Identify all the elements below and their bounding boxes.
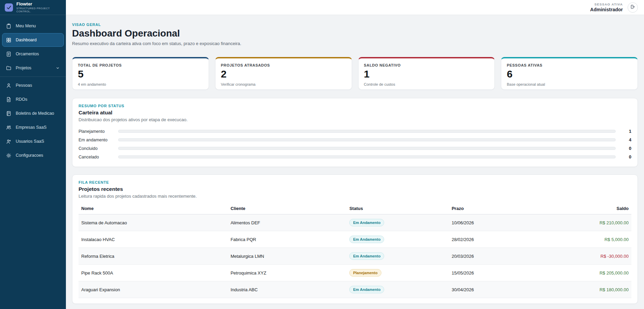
status-row-count: 0 [616,154,631,159]
cell-prazo: 10/06/2026 [449,214,527,231]
status-row-label: Planejamento [79,129,118,134]
cell-cliente: Alimentos DEF [228,214,347,231]
nav-group-primary: Meu Menu Dashboard Orcamentos Projetos [0,19,66,75]
sidebar-item-orcamentos[interactable]: Orcamentos [2,47,64,61]
stat-card: TOTAL DE PROJETOS 5 4 em andamento [72,57,209,90]
table-row: Instalacao HVAC Fabrica PQR Em Andamento… [79,231,631,248]
cell-status: Em Andamento [347,248,449,265]
sidebar: Flowter STRUCTURED PROJECT CONTROL. Meu … [0,0,66,309]
cell-nome: Pipe Rack 500A [79,265,228,281]
status-progress-track [118,138,616,141]
sidebar-item-projetos[interactable]: Projetos [2,61,64,75]
column-header-cliente: Cliente [228,203,347,214]
sidebar-item-label: Usuarios SaaS [16,139,44,144]
cell-status: Em Andamento [347,231,449,248]
cell-status: Em Andamento [347,281,449,298]
stat-note: Controle de custos [364,82,489,86]
table-row: Reforma Eletrica Metalurgica LMN Em Anda… [79,248,631,265]
recent-title: Projetos recentes [79,186,631,192]
page-subtitle: Resumo executivo da carteira ativa com f… [72,41,638,46]
stat-note: Base operacional atual [507,82,632,86]
sidebar-item-label: Pessoas [16,83,32,88]
status-row: Planejamento 1 [79,127,631,136]
stat-card: PROJETOS ATRASADOS 2 Verificar cronogram… [215,57,352,90]
cell-saldo: R$ 205,000.00 [526,265,631,281]
document-icon [6,51,12,57]
sidebar-item-dashboard[interactable]: Dashboard [2,33,64,47]
page-header: VISAO GERAL Dashboard Operacional Resumo… [72,23,638,46]
file-text-icon [6,97,12,102]
stat-value: 2 [221,69,346,80]
column-header-nome: Nome [79,203,228,214]
brand: Flowter STRUCTURED PROJECT CONTROL. [0,0,66,15]
stat-note: Verificar cronograma [221,82,346,86]
stat-value: 6 [507,69,632,80]
sidebar-item-label: Configuracoes [16,153,43,158]
sidebar-item-label: Dashboard [16,38,37,42]
status-badge: Em Andamento [349,286,384,293]
sidebar-divider [0,76,66,77]
status-row-label: Cancelado [79,155,118,159]
status-row: Em andamento 4 [79,136,631,144]
status-row: Concluido 0 [79,144,631,153]
sidebar-item-label: Empresas SaaS [16,125,46,130]
flowter-logo-icon [5,3,13,12]
table-row: Pipe Rack 500A Petroquimica XYZ Planejam… [79,265,631,281]
cell-saldo: R$ 210,000.00 [526,214,631,231]
cell-saldo: R$ 5,000.00 [526,231,631,248]
stat-note: 4 em andamento [78,82,203,86]
page-title: Dashboard Operacional [72,28,638,39]
nav-group-secondary: Pessoas RDOs Boletins de Medicao Empresa… [0,79,66,162]
recent-eyebrow: FILA RECENTE [79,180,631,184]
chevron-down-icon [55,66,60,70]
status-summary-panel: RESUMO POR STATUS Carteira atual Distrib… [72,98,638,167]
app-root: Flowter STRUCTURED PROJECT CONTROL. Meu … [0,0,644,309]
users-icon [6,125,12,130]
column-header-status: Status [347,203,449,214]
sidebar-item-label: Orcamentos [16,52,39,56]
sidebar-item-usuarios-saas[interactable]: Usuarios SaaS [2,135,64,148]
table-header-row: Nome Cliente Status Prazo Saldo [79,203,631,214]
stats-grid: TOTAL DE PROJETOS 5 4 em andamento PROJE… [72,57,638,90]
status-eyebrow: RESUMO POR STATUS [79,104,631,108]
sidebar-item-meu-menu[interactable]: Meu Menu [2,19,64,33]
sidebar-item-pessoas[interactable]: Pessoas [2,79,64,92]
table-row: Sistema de Automacao Alimentos DEF Em An… [79,214,631,231]
stat-value: 5 [78,69,203,80]
status-row-count: 0 [616,146,631,151]
status-rows: Planejamento 1 Em andamento 4 Concluido … [79,127,631,161]
cell-status: Em Andamento [347,214,449,231]
folder-icon [6,65,12,71]
logout-button[interactable] [628,2,638,13]
sidebar-item-boletins[interactable]: Boletins de Medicao [2,107,64,120]
cell-prazo: 20/03/2026 [449,248,527,265]
topbar: SESSAO ATIVA Administrador [66,0,644,15]
sidebar-item-configuracoes[interactable]: Configuracoes [2,149,64,162]
stat-value: 1 [364,69,489,80]
sidebar-item-rdos[interactable]: RDOs [2,93,64,106]
stat-card: PESSOAS ATIVAS 6 Base operacional atual [501,57,638,90]
status-badge: Em Andamento [349,252,384,260]
status-row-label: Concluido [79,146,118,151]
grid-icon [6,37,12,43]
session-label: SESSAO ATIVA [590,2,623,6]
cell-nome: Araguari Expansion [79,281,228,298]
stat-card: SALDO NEGATIVO 1 Controle de custos [358,57,495,90]
gear-icon [6,153,12,158]
status-row-label: Em andamento [79,138,118,142]
sidebar-item-label: Projetos [16,66,31,70]
cell-saldo: R$ 180,000.00 [526,281,631,298]
status-progress-track [118,155,616,158]
sidebar-item-label: RDOs [16,97,27,102]
column-header-saldo: Saldo [526,203,631,214]
status-title: Carteira atual [79,110,631,116]
main-content: VISAO GERAL Dashboard Operacional Resumo… [66,15,644,309]
recent-projects-table: Nome Cliente Status Prazo Saldo Sistema … [79,203,631,298]
status-badge: Em Andamento [349,219,384,226]
user-plus-icon [6,139,12,144]
brand-name: Flowter [16,2,61,6]
sidebar-item-empresas-saas[interactable]: Empresas SaaS [2,121,64,134]
session-info: SESSAO ATIVA Administrador [590,2,623,12]
status-row-count: 1 [616,129,631,134]
status-progress-track [118,130,616,133]
